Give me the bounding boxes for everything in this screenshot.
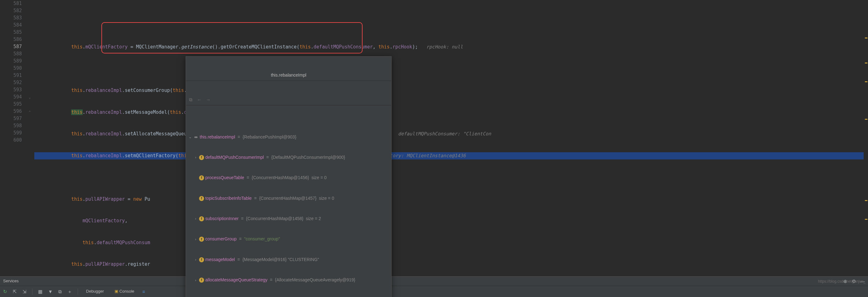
code-line[interactable]: this.defaultMQPushConsum xyxy=(34,239,868,246)
chevron-right-icon[interactable]: › xyxy=(193,237,198,242)
var-value: {RebalancePushImpl@903} xyxy=(243,134,297,141)
popup-toolbar: ⧉ ← → xyxy=(186,94,391,105)
var-value: {AllocateMessageQueueAveragely@919} xyxy=(275,277,355,284)
tree-row[interactable]: › f allocateMessageQueueStrategy = {Allo… xyxy=(186,277,391,284)
rerun-icon[interactable]: ↻ xyxy=(3,288,7,295)
field-badge-icon: f xyxy=(199,176,204,180)
tree-row[interactable]: › f consumerGroup = "consumer_group" xyxy=(186,236,391,243)
expand-all-icon[interactable]: ⇱ xyxy=(13,288,17,295)
watermark-text: https://blog.csdn.net/jianjun_ xyxy=(818,278,866,285)
evaluate-expression-popup[interactable]: this.rebalanceImpl ⧉ ← → ⌄ ∞ this.rebala… xyxy=(186,56,392,297)
stripe-mark[interactable] xyxy=(865,119,867,120)
services-tool-window-header[interactable]: Services ⊕ ⚙ — xyxy=(0,276,868,286)
line-number-current: 587 xyxy=(0,43,22,50)
var-value: {ConcurrentHashMap@1457} size = 0 xyxy=(259,195,334,202)
error-stripe[interactable] xyxy=(864,0,868,272)
chevron-down-icon[interactable]: ⌄ xyxy=(188,134,192,140)
field-badge-icon: f xyxy=(199,257,204,262)
threads-icon[interactable]: ≡ xyxy=(142,288,145,295)
tree-row[interactable]: › f messageModel = {MessageModel@916} "C… xyxy=(186,256,391,263)
var-name: subscriptionInner xyxy=(205,215,239,222)
stripe-mark[interactable] xyxy=(865,37,867,38)
stripe-mark[interactable] xyxy=(865,219,867,220)
debug-toolbar: ↻ ⇱ ⇲ ▦ ▼ ⧉ ＋ Debugger ▣ Console ≡ xyxy=(0,286,868,297)
watch-icon: ∞ xyxy=(193,134,198,139)
line-number: 600 xyxy=(0,137,22,144)
var-name: allocateMessageQueueStrategy xyxy=(205,277,268,284)
code-text-area[interactable]: this.mQClientFactory = MQClientManager.g… xyxy=(34,0,868,272)
fold-marker-icon[interactable]: ⌃ xyxy=(29,109,31,115)
popup-title: this.rebalanceImpl xyxy=(186,70,391,81)
fold-column[interactable]: ⌄ ⌃ xyxy=(28,0,34,272)
field-badge-icon: f xyxy=(199,216,204,221)
line-number: 581 xyxy=(0,0,22,7)
chevron-right-icon[interactable]: › xyxy=(193,278,198,283)
code-line[interactable]: this.pullAPIWrapper.register xyxy=(34,261,868,268)
field-badge-icon: f xyxy=(199,155,204,160)
console-tab[interactable]: ▣ Console xyxy=(112,287,137,296)
code-line[interactable]: this.mQClientFactory = MQClientManager.g… xyxy=(34,44,868,51)
code-line[interactable]: this.rebalanceImpl.setConsumerGroup(this… xyxy=(34,87,868,94)
code-editor[interactable]: 581 582 583 584 585 586 587 588 589 590 … xyxy=(0,0,868,272)
variable-tree[interactable]: ⌄ ∞ this.rebalanceImpl = {RebalancePushI… xyxy=(186,119,391,297)
line-number: 589 xyxy=(0,57,22,65)
stripe-mark[interactable] xyxy=(865,62,867,63)
var-value: {ConcurrentHashMap@1456} size = 0 xyxy=(252,174,327,181)
var-name: defaultMQPushConsumerImpl xyxy=(205,154,264,161)
var-name: this.rebalanceImpl xyxy=(200,134,235,141)
tree-row[interactable]: › f defaultMQPushConsumerImpl = {Default… xyxy=(186,154,391,161)
services-label[interactable]: Services xyxy=(3,278,19,284)
field-badge-icon: f xyxy=(199,196,204,201)
line-number: 582 xyxy=(0,7,22,15)
tree-row[interactable]: › f subscriptionInner = {ConcurrentHashM… xyxy=(186,215,391,222)
debugger-tab[interactable]: Debugger xyxy=(84,287,106,296)
field-badge-icon: f xyxy=(199,237,204,242)
add-icon[interactable]: ＋ xyxy=(67,288,72,295)
var-value: "consumer_group" xyxy=(244,236,280,243)
chevron-right-icon[interactable]: › xyxy=(193,155,198,160)
line-number: 590 xyxy=(0,65,22,72)
var-name: consumerGroup xyxy=(205,236,237,243)
console-tab-label: Console xyxy=(120,289,134,294)
forward-arrow-icon[interactable]: → xyxy=(206,96,211,103)
field-badge-icon: f xyxy=(199,278,204,282)
code-line-execution-point[interactable]: this.rebalanceImpl.setmQClientFactory(th… xyxy=(34,152,868,159)
tree-row[interactable]: › f topicSubscribeInfoTable = {Concurren… xyxy=(186,195,391,202)
back-arrow-icon[interactable]: ← xyxy=(197,96,202,103)
var-value: {ConcurrentHashMap@1458} size = 2 xyxy=(246,215,321,222)
line-number-gutter: 581 582 583 584 585 586 587 588 589 590 … xyxy=(0,0,28,272)
group-icon[interactable]: ⧉ xyxy=(58,288,62,295)
line-number: 591 xyxy=(0,72,22,79)
tree-row[interactable]: › f processQueueTable = {ConcurrentHashM… xyxy=(186,174,391,181)
code-line[interactable]: mQClientFactory, xyxy=(34,217,868,224)
layout-icon[interactable]: ▦ xyxy=(38,288,42,295)
line-number: 597 xyxy=(0,115,22,122)
line-number: 595 xyxy=(0,101,22,108)
line-number: 593 xyxy=(0,86,22,93)
line-number: 598 xyxy=(0,122,22,129)
var-value: {MessageModel@916} "CLUSTERING" xyxy=(242,256,319,263)
code-line[interactable]: this.rebalanceImpl.setAllocateMessageQue… xyxy=(34,130,868,138)
collapse-all-icon[interactable]: ⇲ xyxy=(23,288,27,295)
code-line[interactable] xyxy=(34,22,868,29)
line-number: 594 xyxy=(0,93,22,101)
code-line[interactable] xyxy=(34,65,868,73)
stripe-mark[interactable] xyxy=(865,81,867,82)
line-number: 585 xyxy=(0,29,22,36)
filter-icon[interactable]: ▼ xyxy=(48,288,53,295)
line-number: 583 xyxy=(0,15,22,22)
var-value: {DefaultMQPushConsumerImpl@900} xyxy=(272,154,345,161)
line-number: 596 xyxy=(0,108,22,115)
code-line[interactable]: this.pullAPIWrapper = new Pu xyxy=(34,196,868,203)
code-line[interactable]: this.rebalanceImpl.setMessageModel(this.… xyxy=(34,109,868,116)
history-icon[interactable]: ⧉ xyxy=(189,96,192,103)
line-number: 599 xyxy=(0,129,22,137)
stripe-mark[interactable] xyxy=(865,200,867,201)
tree-root-row[interactable]: ⌄ ∞ this.rebalanceImpl = {RebalancePushI… xyxy=(186,134,391,140)
line-number: 588 xyxy=(0,50,22,57)
fold-marker-icon[interactable]: ⌄ xyxy=(29,95,31,100)
code-line[interactable] xyxy=(34,174,868,181)
var-name: messageModel xyxy=(205,256,235,263)
chevron-right-icon[interactable]: › xyxy=(193,257,198,262)
chevron-right-icon[interactable]: › xyxy=(193,216,198,221)
